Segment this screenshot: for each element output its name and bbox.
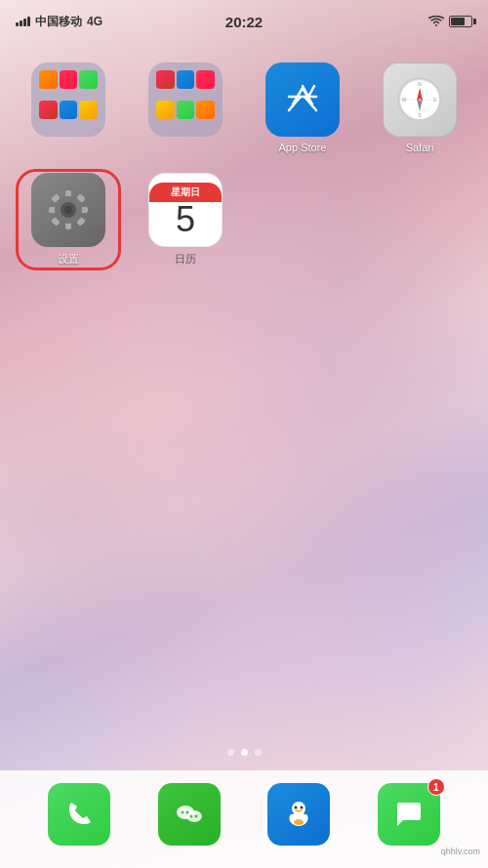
folder2-inner xyxy=(148,62,223,137)
page-dot-2-active xyxy=(241,749,248,756)
folder2-sub-5 xyxy=(177,101,195,119)
signal-bars xyxy=(16,17,30,26)
settings-highlight-border xyxy=(16,169,121,270)
folder2-sub-6 xyxy=(196,101,215,119)
signal-bar-2 xyxy=(20,21,22,26)
status-left: 中国移动 4G xyxy=(16,14,102,30)
svg-point-28 xyxy=(194,815,197,818)
safari-label: Safari xyxy=(406,142,434,153)
svg-text:N: N xyxy=(418,81,422,87)
signal-bar-3 xyxy=(23,19,26,26)
folder1-app[interactable] xyxy=(20,62,117,153)
qq-icon-symbol xyxy=(281,797,316,832)
battery-icon xyxy=(449,16,472,27)
page-dots xyxy=(20,749,468,770)
folder1-icon xyxy=(31,62,105,137)
qq-dock-app[interactable] xyxy=(267,783,330,846)
svg-point-34 xyxy=(304,814,308,822)
safari-compass-symbol: N S W E xyxy=(395,75,444,124)
folder2-sub-3 xyxy=(196,70,215,89)
phone-icon-symbol xyxy=(61,797,97,832)
watermark: qhhlv.com xyxy=(441,847,480,856)
empty-cell-2 xyxy=(371,173,445,247)
messages-icon-symbol xyxy=(391,797,427,832)
calendar-label: 日历 xyxy=(175,252,196,267)
messages-badge: 1 xyxy=(427,778,445,796)
page-dot-3 xyxy=(255,749,262,756)
settings-app[interactable]: 设置 xyxy=(20,173,117,267)
appstore-symbol xyxy=(281,78,324,121)
folder2-sub-2 xyxy=(177,70,195,89)
signal-bar-4 xyxy=(27,17,30,26)
app-row-1: App Store N S W E xyxy=(20,53,468,163)
page-dot-1 xyxy=(227,749,234,756)
wechat-icon-symbol xyxy=(172,797,207,832)
svg-text:W: W xyxy=(402,97,407,103)
signal-bar-1 xyxy=(16,22,19,26)
svg-point-26 xyxy=(185,811,188,814)
empty-cell-1 xyxy=(254,173,328,247)
folder2-icon xyxy=(148,62,223,137)
appstore-label: App Store xyxy=(279,142,327,153)
svg-point-27 xyxy=(189,815,192,818)
messages-dock-app[interactable]: 1 xyxy=(378,783,440,846)
folder-sub-5 xyxy=(60,101,78,119)
status-right xyxy=(428,16,472,27)
battery-fill xyxy=(451,18,465,25)
time-display: 20:22 xyxy=(225,14,263,30)
calendar-app[interactable]: 星期日 5 日历 xyxy=(137,173,234,267)
folder-sub-1 xyxy=(39,70,58,89)
home-screen: App Store N S W E xyxy=(0,43,488,770)
folder1-inner xyxy=(31,62,105,137)
app-row-2: 设置 星期日 5 日历 xyxy=(20,163,468,276)
status-bar: 中国移动 4G 20:22 xyxy=(0,0,488,43)
wechat-dock-app[interactable] xyxy=(158,783,221,846)
svg-point-32 xyxy=(301,806,304,809)
folder-sub-3 xyxy=(79,70,98,89)
screen: 中国移动 4G 20:22 xyxy=(0,0,488,868)
folder-sub-2 xyxy=(60,70,78,89)
svg-point-31 xyxy=(295,806,298,809)
appstore-app[interactable]: App Store xyxy=(254,62,351,153)
calendar-icon-bg: 星期日 5 xyxy=(148,173,223,247)
safari-app[interactable]: N S W E Safari xyxy=(371,62,468,153)
dock: 1 xyxy=(0,770,488,868)
folder2-sub-4 xyxy=(156,101,175,119)
folder2-sub-1 xyxy=(156,70,175,89)
folder-sub-6 xyxy=(79,101,98,119)
svg-point-35 xyxy=(294,819,304,825)
phone-dock-app[interactable] xyxy=(48,783,110,846)
calendar-day-number: 5 xyxy=(176,202,195,237)
folder-sub-4 xyxy=(39,101,58,119)
svg-point-33 xyxy=(290,814,295,822)
svg-point-25 xyxy=(181,811,183,814)
carrier-label: 中国移动 xyxy=(35,14,82,30)
folder2-app[interactable] xyxy=(137,62,234,153)
appstore-icon xyxy=(265,62,340,137)
spacer xyxy=(20,276,468,749)
safari-icon-bg: N S W E xyxy=(383,62,457,137)
wifi-icon xyxy=(428,16,444,27)
network-label: 4G xyxy=(87,15,102,28)
